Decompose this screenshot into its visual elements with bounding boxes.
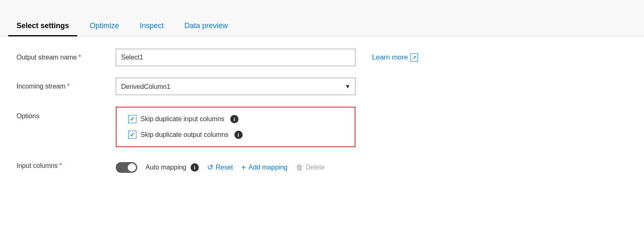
input-columns-label: Input columns * (17, 162, 116, 170)
trash-icon: 🗑 (296, 163, 303, 172)
tab-select-settings[interactable]: Select settings (8, 17, 77, 36)
skip-output-label: Skip duplicate output columns (141, 131, 229, 139)
skip-input-label: Skip duplicate input columns (141, 115, 224, 123)
skip-output-columns-row: ✓ Skip duplicate output columns i (128, 131, 343, 139)
output-stream-name-row: Output stream name * Learn more ↗ (17, 49, 627, 66)
required-star-input-columns: * (60, 162, 62, 170)
toggle-track (116, 162, 137, 173)
learn-more-link[interactable]: Learn more ↗ (372, 53, 418, 62)
options-row: Options ✓ Skip duplicate input columns i… (17, 107, 627, 147)
external-link-icon: ↗ (410, 53, 418, 62)
auto-mapping-label: Auto mapping i (145, 163, 199, 172)
output-stream-name-label: Output stream name * (17, 54, 116, 61)
incoming-stream-label: Incoming stream * (17, 83, 116, 90)
input-columns-controls: Auto mapping i ↺ Reset + Add mapping 🗑 D… (116, 162, 325, 173)
skip-input-checkbox[interactable]: ✓ (128, 115, 136, 123)
content-area: Output stream name * Learn more ↗ Incomi… (0, 36, 644, 227)
required-star-output: * (79, 54, 81, 61)
incoming-stream-row: Incoming stream * DerivedColumn1 ▼ (17, 78, 627, 95)
input-columns-row: Input columns * Auto mapping i ↺ Reset (17, 159, 627, 173)
tab-optimize[interactable]: Optimize (81, 17, 127, 36)
reset-icon: ↺ (207, 163, 213, 172)
add-mapping-button[interactable]: + Add mapping (241, 163, 288, 172)
info-auto-mapping-icon[interactable]: i (191, 163, 199, 172)
incoming-stream-select-container: DerivedColumn1 ▼ (116, 78, 355, 95)
plus-icon: + (241, 163, 246, 172)
info-input-icon[interactable]: i (230, 115, 239, 123)
options-label: Options (17, 107, 116, 120)
tab-bar: Select settings Optimize Inspect Data pr… (0, 0, 644, 36)
required-star-incoming: * (67, 83, 69, 90)
delete-button[interactable]: 🗑 Delete (296, 163, 325, 172)
skip-input-columns-row: ✓ Skip duplicate input columns i (128, 115, 343, 123)
tab-data-preview[interactable]: Data preview (176, 17, 236, 36)
main-container: Select settings Optimize Inspect Data pr… (0, 0, 644, 227)
options-container: ✓ Skip duplicate input columns i ✓ Skip … (116, 107, 355, 147)
reset-button[interactable]: ↺ Reset (207, 163, 233, 172)
skip-output-checkbox[interactable]: ✓ (128, 131, 136, 139)
info-output-icon[interactable]: i (234, 131, 243, 139)
checkmark-output-icon: ✓ (130, 131, 135, 138)
checkmark-input-icon: ✓ (130, 116, 135, 122)
incoming-stream-select[interactable]: DerivedColumn1 (116, 78, 355, 95)
auto-mapping-toggle[interactable] (116, 162, 137, 173)
tab-inspect[interactable]: Inspect (131, 17, 172, 36)
toggle-thumb (128, 163, 136, 172)
output-stream-name-input[interactable] (116, 49, 355, 66)
